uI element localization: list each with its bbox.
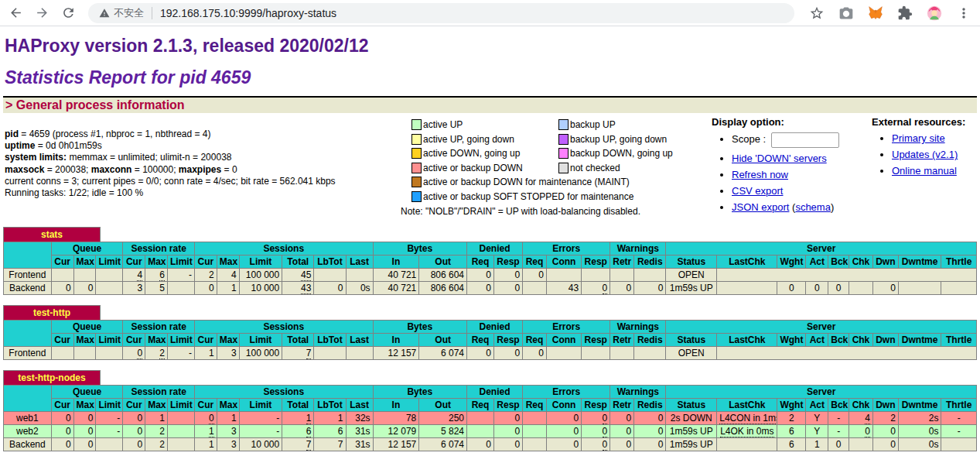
display-option-link[interactable]: Hide 'DOWN' servers bbox=[732, 153, 827, 164]
column-header: Limit bbox=[239, 256, 282, 269]
info-key: uptime bbox=[5, 140, 35, 151]
stat-cell: 0 bbox=[494, 269, 523, 282]
stat-cell: 10 000 bbox=[239, 282, 282, 295]
stat-cell: - bbox=[167, 269, 194, 282]
stat-cell bbox=[941, 282, 977, 295]
info-text: memmax = unlimited; ulimit-n = 200038 bbox=[67, 152, 231, 163]
haproxy-stats-page: HAProxy version 2.1.3, released 2020/02/… bbox=[0, 36, 980, 451]
column-header: Cur bbox=[51, 256, 73, 269]
column-header: Dwntme bbox=[898, 334, 941, 347]
display-option-link[interactable]: Refresh now bbox=[732, 169, 788, 180]
stat-cell: 1 bbox=[194, 438, 217, 451]
display-option-link[interactable]: CSV export bbox=[732, 185, 783, 197]
process-info-line: uptime = 0d 0h01m59s bbox=[5, 140, 411, 152]
proxy-name-link[interactable]: test-http-nodes bbox=[18, 372, 85, 383]
column-header: Max bbox=[217, 399, 239, 412]
page-title: HAProxy version 2.1.3, released 2020/02/… bbox=[5, 36, 977, 57]
column-group-header: Denied bbox=[467, 321, 523, 334]
stat-cell bbox=[717, 438, 777, 451]
column-header: Limit bbox=[167, 399, 194, 412]
stat-cell: 0 bbox=[51, 282, 73, 295]
stat-cell bbox=[73, 347, 96, 360]
column-header: Req bbox=[523, 399, 547, 412]
proxy-name-link[interactable]: stats bbox=[41, 229, 63, 240]
stat-cell: 0 bbox=[494, 438, 523, 451]
stat-cell: 0 bbox=[872, 425, 898, 438]
stat-cell: 1 bbox=[217, 412, 239, 425]
legend-label: active UP, going down bbox=[423, 134, 514, 145]
column-header: Resp bbox=[582, 334, 610, 347]
stat-value: 0 bbox=[137, 348, 142, 359]
column-header: Dwntme bbox=[898, 399, 941, 412]
column-header: Resp bbox=[494, 334, 523, 347]
row-label: Backend bbox=[4, 282, 52, 295]
column-header: Act bbox=[806, 256, 828, 269]
stat-cell: 0 bbox=[610, 282, 634, 295]
stat-cell bbox=[546, 269, 581, 282]
stat-cell: 806 604 bbox=[419, 269, 467, 282]
stat-value: 7 bbox=[306, 348, 312, 359]
scope-input[interactable] bbox=[771, 132, 839, 148]
external-resource-link[interactable]: Online manual bbox=[892, 165, 957, 177]
bookmark-star-icon[interactable] bbox=[808, 5, 825, 22]
stat-value: 45 bbox=[301, 269, 311, 281]
stat-cell: 0 bbox=[806, 282, 828, 295]
haproxy-version-link[interactable]: HAProxy version 2.1.3, released 2020/02/… bbox=[5, 36, 369, 56]
column-header: Req bbox=[523, 256, 547, 269]
legend-label: active or backup DOWN bbox=[423, 163, 523, 173]
profile-avatar[interactable] bbox=[926, 5, 943, 22]
stat-value: 0 bbox=[603, 413, 608, 424]
column-header: Redis bbox=[634, 334, 666, 347]
stat-cell: 0 bbox=[51, 438, 73, 451]
stat-cell: 3 bbox=[217, 347, 239, 360]
stat-cell: - bbox=[828, 425, 849, 438]
legend-swatch bbox=[411, 163, 422, 173]
column-group-header: Warnings bbox=[610, 386, 666, 399]
column-header: Wght bbox=[777, 334, 806, 347]
column-group-header: Denied bbox=[467, 386, 523, 399]
display-option-link[interactable]: JSON export bbox=[732, 201, 789, 213]
column-header: Retr bbox=[610, 334, 634, 347]
address-bar[interactable]: 不安全 192.168.175.10:9999/haproxy-status bbox=[88, 3, 794, 23]
stat-cell: 0 bbox=[610, 438, 634, 451]
camera-icon[interactable] bbox=[838, 5, 855, 22]
external-resource-link[interactable]: Primary site bbox=[892, 132, 945, 144]
column-header: Max bbox=[145, 399, 168, 412]
external-resource-link[interactable]: Updates (v2.1) bbox=[892, 149, 958, 160]
stat-cell: 0 bbox=[467, 282, 494, 295]
column-header: Cur bbox=[194, 334, 217, 347]
stat-value: 6 bbox=[306, 426, 312, 437]
column-header: Thrtle bbox=[941, 399, 977, 412]
proxy-name-link[interactable]: test-http bbox=[33, 307, 70, 318]
column-group-header: Session rate bbox=[123, 386, 195, 399]
warning-triangle-icon[interactable] bbox=[99, 8, 114, 19]
stat-cell: 4 bbox=[217, 269, 239, 282]
info-text: current conns = 3; current pipes = 0/0; … bbox=[5, 176, 336, 187]
column-header: Resp bbox=[494, 399, 523, 412]
metamask-fox-icon[interactable] bbox=[867, 5, 884, 22]
table-row: Backend00350110 0004300s40 721806 604004… bbox=[4, 282, 977, 295]
option-text: ) bbox=[831, 201, 834, 213]
column-group-header: Denied bbox=[467, 242, 523, 256]
reload-icon[interactable] bbox=[60, 5, 76, 21]
menu-dots-icon[interactable] bbox=[955, 5, 972, 22]
general-info-section: pid = 4659 (process #1, nbproc = 1, nbth… bbox=[3, 116, 977, 217]
stat-cell bbox=[73, 269, 96, 282]
column-header: Total bbox=[282, 399, 314, 412]
extensions-puzzle-icon[interactable] bbox=[896, 5, 913, 22]
column-header: Bck bbox=[828, 334, 849, 347]
stat-cell: 4 bbox=[123, 269, 145, 282]
info-text: = 200038; bbox=[44, 164, 90, 175]
forward-arrow-icon[interactable] bbox=[34, 5, 50, 21]
stat-value: 7 bbox=[306, 439, 312, 451]
stat-cell: 1m59s UP bbox=[666, 282, 717, 295]
stat-cell: 45 bbox=[282, 269, 314, 282]
legend-item: active DOWN, going up bbox=[411, 148, 558, 159]
stat-cell: 0 bbox=[51, 412, 73, 425]
stat-cell bbox=[96, 438, 123, 451]
display-option-link[interactable]: schema bbox=[795, 201, 831, 213]
option-item: Scope : bbox=[732, 132, 872, 148]
back-arrow-icon[interactable] bbox=[8, 5, 23, 21]
legend-label: active UP bbox=[423, 119, 463, 130]
stat-cell: 0 bbox=[494, 282, 523, 295]
